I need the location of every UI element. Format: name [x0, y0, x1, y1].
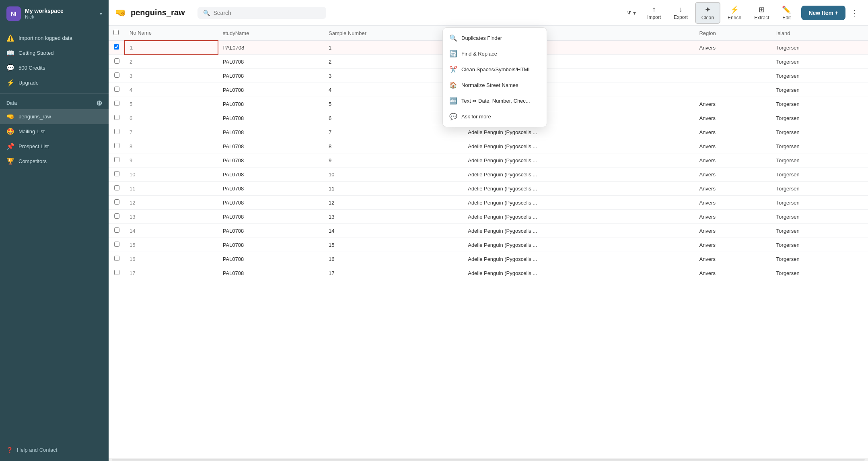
row-region: Anvers: [694, 97, 771, 111]
row-checkbox-cell[interactable]: [109, 83, 125, 97]
nav-label: Import non logged data: [19, 35, 72, 41]
horizontal-scrollbar[interactable]: [109, 458, 868, 461]
sidebar-data-item-competitors[interactable]: 🏆Competitors: [0, 154, 109, 169]
dropdown-item-1[interactable]: 🔄Find & Replace: [443, 46, 547, 62]
row-checkbox[interactable]: [114, 199, 119, 205]
row-checkbox-cell[interactable]: [109, 125, 125, 139]
sidebar-data-item-prospect-list[interactable]: 📌Prospect List: [0, 139, 109, 154]
table-row[interactable]: 10 PAL0708 10 Adelie Penguin (Pygoscelis…: [109, 167, 868, 182]
row-checkbox[interactable]: [114, 242, 119, 247]
dropdown-item-4[interactable]: 🔤Text ⇔ Date, Number, Chec...: [443, 93, 547, 109]
search-bar[interactable]: 🔍: [197, 7, 326, 19]
dropdown-item-3[interactable]: 🏠Normalize Street Names: [443, 77, 547, 93]
row-checkbox[interactable]: [114, 115, 119, 120]
sidebar-nav-item[interactable]: ⚠️Import non logged data: [0, 31, 109, 45]
row-checkbox-cell[interactable]: [109, 182, 125, 196]
row-checkbox[interactable]: [114, 143, 119, 148]
row-checkbox-cell[interactable]: [109, 266, 125, 280]
row-checkbox[interactable]: [114, 213, 119, 219]
data-item-emoji: 📌: [6, 143, 14, 150]
sidebar-nav-item[interactable]: 📖Getting Started: [0, 45, 109, 60]
table-row[interactable]: 13 PAL0708 13 Adelie Penguin (Pygoscelis…: [109, 210, 868, 224]
row-species: Adelie Penguin (Pygoscelis ...: [463, 252, 694, 266]
row-sample-number: 14: [324, 224, 463, 238]
row-sample-number: 13: [324, 210, 463, 224]
row-checkbox[interactable]: [114, 256, 119, 261]
row-id: 2: [125, 55, 218, 69]
data-item-label: Mailing List: [19, 128, 45, 134]
table-row[interactable]: 9 PAL0708 9 Adelie Penguin (Pygoscelis .…: [109, 153, 868, 167]
nav-icon: ⚡: [6, 79, 14, 87]
row-checkbox-cell[interactable]: [109, 69, 125, 83]
table-row[interactable]: 14 PAL0708 14 Adelie Penguin (Pygoscelis…: [109, 224, 868, 238]
row-species: Adelie Penguin (Pygoscelis ...: [463, 238, 694, 252]
row-checkbox[interactable]: [114, 129, 119, 134]
sidebar-nav-item[interactable]: ⚡Upgrade: [0, 75, 109, 90]
row-checkbox[interactable]: [114, 44, 119, 50]
dropdown-item-label: Text ⇔ Date, Number, Chec...: [461, 98, 530, 104]
row-checkbox[interactable]: [114, 171, 119, 176]
row-checkbox-cell[interactable]: [109, 111, 125, 125]
dropdown-item-5[interactable]: 💬Ask for more: [443, 109, 547, 124]
select-all-header[interactable]: [109, 26, 125, 41]
enrich-button[interactable]: ⚡ Enrich: [722, 3, 747, 23]
help-contact-item[interactable]: ❓ Help and Contact: [6, 444, 102, 456]
table-row[interactable]: 17 PAL0708 17 Adelie Penguin (Pygoscelis…: [109, 266, 868, 280]
new-item-button[interactable]: New Item +: [801, 6, 845, 20]
row-checkbox[interactable]: [114, 227, 119, 233]
add-data-icon[interactable]: ⊕: [96, 99, 102, 107]
row-checkbox-cell[interactable]: [109, 210, 125, 224]
dropdown-item-0[interactable]: 🔍Duplicates Finder: [443, 30, 547, 46]
row-id: 7: [125, 125, 218, 139]
row-checkbox-cell[interactable]: [109, 224, 125, 238]
table-row[interactable]: 11 PAL0708 11 Adelie Penguin (Pygoscelis…: [109, 182, 868, 196]
row-checkbox-cell[interactable]: [109, 139, 125, 153]
sidebar-header[interactable]: NI My workspace Nick ▾: [0, 0, 109, 27]
table-row[interactable]: 12 PAL0708 12 Adelie Penguin (Pygoscelis…: [109, 196, 868, 210]
row-region: Anvers: [694, 139, 771, 153]
row-checkbox-cell[interactable]: [109, 196, 125, 210]
select-all-checkbox[interactable]: [113, 30, 119, 35]
row-checkbox-cell[interactable]: [109, 238, 125, 252]
table-row[interactable]: 15 PAL0708 15 Adelie Penguin (Pygoscelis…: [109, 238, 868, 252]
row-checkbox[interactable]: [114, 157, 119, 162]
row-region: [694, 83, 771, 97]
row-checkbox[interactable]: [114, 58, 119, 64]
row-checkbox[interactable]: [114, 185, 119, 190]
export-button[interactable]: ↓ Export: [668, 3, 693, 23]
row-study-name: PAL0708: [218, 153, 324, 167]
import-icon: ↑: [652, 5, 656, 14]
dropdown-item-label: Normalize Street Names: [461, 82, 518, 88]
row-checkbox-cell[interactable]: [109, 55, 125, 69]
table-row[interactable]: 16 PAL0708 16 Adelie Penguin (Pygoscelis…: [109, 252, 868, 266]
dropdown-item-2[interactable]: ✂️Clean Spaces/Symbols/HTML: [443, 62, 547, 77]
clean-button[interactable]: ✦ Clean: [695, 2, 720, 24]
row-checkbox[interactable]: [114, 87, 119, 92]
row-island: Torgersen: [771, 139, 868, 153]
row-checkbox-cell[interactable]: [109, 153, 125, 167]
row-checkbox[interactable]: [114, 101, 119, 106]
row-checkbox-cell[interactable]: [109, 97, 125, 111]
extract-button[interactable]: ⊞ Extract: [749, 3, 775, 23]
row-checkbox[interactable]: [114, 270, 119, 275]
row-island: Torgersen: [771, 238, 868, 252]
import-button[interactable]: ↑ Import: [642, 3, 666, 23]
edit-button[interactable]: ✏️ Edit: [776, 3, 796, 23]
row-island: Torgersen: [771, 55, 868, 69]
row-checkbox-cell[interactable]: [109, 167, 125, 182]
row-id: 10: [125, 167, 218, 182]
row-island: Torgersen: [771, 196, 868, 210]
filter-button[interactable]: ⧩ ▾: [623, 6, 640, 19]
sidebar-section-data: Data ⊕: [0, 94, 109, 109]
sidebar-data-item-penguins_raw[interactable]: 🤜penguins_raw: [0, 109, 109, 124]
row-checkbox-cell[interactable]: [109, 41, 125, 55]
sidebar-nav-item[interactable]: 💬500 Credits: [0, 60, 109, 75]
row-sample-number: 16: [324, 252, 463, 266]
table-row[interactable]: 8 PAL0708 8 Adelie Penguin (Pygoscelis .…: [109, 139, 868, 153]
row-checkbox[interactable]: [114, 72, 119, 78]
sidebar-data-item-mailing-list[interactable]: 🤩Mailing List: [0, 124, 109, 139]
row-checkbox-cell[interactable]: [109, 252, 125, 266]
search-input[interactable]: [213, 10, 321, 16]
dataset-icon: 🤜: [115, 8, 126, 18]
more-options-button[interactable]: ⋮: [847, 6, 862, 19]
